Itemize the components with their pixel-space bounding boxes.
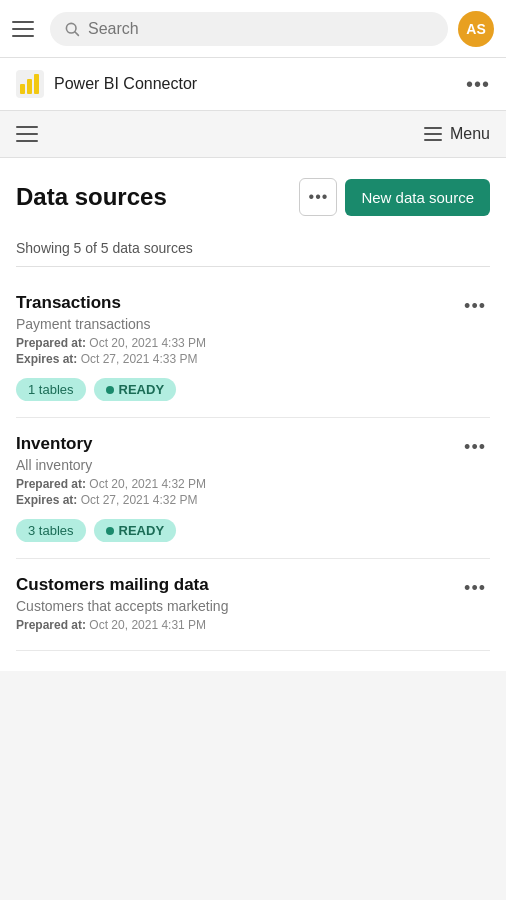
search-input[interactable] [88, 20, 434, 38]
ds-name: Customers mailing data [16, 575, 460, 595]
app-more-button[interactable]: ••• [466, 73, 490, 96]
ds-more-button[interactable]: ••• [460, 575, 490, 601]
avatar[interactable]: AS [458, 11, 494, 47]
app-header: Power BI Connector ••• [0, 58, 506, 111]
search-box[interactable] [50, 12, 448, 46]
svg-rect-5 [34, 74, 39, 94]
divider-top [16, 266, 490, 267]
top-bar: AS [0, 0, 506, 58]
ds-tables-tag: 3 tables [16, 519, 86, 542]
ds-description: Payment transactions [16, 316, 460, 332]
ds-header: Inventory All inventory Prepared at: Oct… [16, 434, 490, 509]
ds-tags: 1 tablesREADY [16, 378, 490, 401]
nav-menu-button[interactable]: Menu [424, 125, 490, 143]
ds-description: Customers that accepts marketing [16, 598, 460, 614]
powerbi-icon [16, 70, 44, 98]
ds-status-tag: READY [94, 519, 177, 542]
nav-bar: Menu [0, 111, 506, 158]
svg-rect-3 [20, 84, 25, 94]
ds-prepared: Prepared at: Oct 20, 2021 4:31 PM [16, 618, 460, 632]
status-dot [106, 386, 114, 394]
ds-name: Inventory [16, 434, 460, 454]
search-icon [64, 21, 80, 37]
data-source-item[interactable]: Inventory All inventory Prepared at: Oct… [16, 418, 490, 559]
ds-status-tag: READY [94, 378, 177, 401]
ds-name: Transactions [16, 293, 460, 313]
ds-info: Customers mailing data Customers that ac… [16, 575, 460, 634]
app-header-left: Power BI Connector [16, 70, 197, 98]
ds-info: Transactions Payment transactions Prepar… [16, 293, 460, 368]
ds-expires: Expires at: Oct 27, 2021 4:33 PM [16, 352, 460, 366]
new-data-source-button[interactable]: New data source [345, 179, 490, 216]
ds-more-button[interactable]: ••• [460, 434, 490, 460]
svg-rect-4 [27, 79, 32, 94]
ds-info: Inventory All inventory Prepared at: Oct… [16, 434, 460, 509]
main-content: Data sources ••• New data source Showing… [0, 158, 506, 671]
hamburger-menu-icon[interactable] [12, 15, 40, 43]
data-source-item[interactable]: Transactions Payment transactions Prepar… [16, 277, 490, 418]
svg-line-1 [75, 31, 79, 35]
ds-header: Transactions Payment transactions Prepar… [16, 293, 490, 368]
data-source-item[interactable]: Customers mailing data Customers that ac… [16, 559, 490, 651]
ds-header: Customers mailing data Customers that ac… [16, 575, 490, 634]
nav-menu-label: Menu [450, 125, 490, 143]
status-dot [106, 527, 114, 535]
ds-description: All inventory [16, 457, 460, 473]
ds-tags: 3 tablesREADY [16, 519, 490, 542]
app-title: Power BI Connector [54, 75, 197, 93]
options-button[interactable]: ••• [299, 178, 337, 216]
ds-tables-tag: 1 tables [16, 378, 86, 401]
ds-prepared: Prepared at: Oct 20, 2021 4:33 PM [16, 336, 460, 350]
ds-expires: Expires at: Oct 27, 2021 4:32 PM [16, 493, 460, 507]
page-header-actions: ••• New data source [299, 178, 490, 216]
nav-hamburger-icon[interactable] [16, 126, 38, 142]
page-title: Data sources [16, 183, 167, 211]
ds-more-button[interactable]: ••• [460, 293, 490, 319]
data-source-list: Transactions Payment transactions Prepar… [16, 277, 490, 651]
ds-prepared: Prepared at: Oct 20, 2021 4:32 PM [16, 477, 460, 491]
page-header: Data sources ••• New data source [16, 178, 490, 216]
nav-menu-icon [424, 127, 442, 141]
summary-text: Showing 5 of 5 data sources [16, 240, 490, 256]
